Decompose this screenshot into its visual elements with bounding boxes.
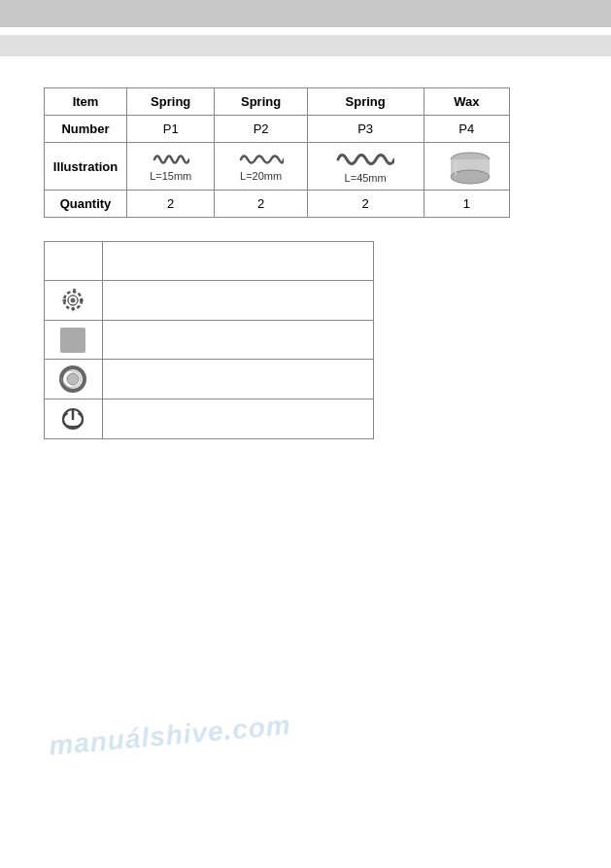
cell-p3: P3 (307, 116, 424, 143)
icon-cell-gear (45, 281, 103, 321)
spring-large-svg (336, 149, 394, 170)
icon-row-key (45, 399, 374, 439)
content-cell-square (102, 321, 373, 360)
icon-cell-0 (45, 242, 103, 281)
icon-cell-square (45, 321, 103, 360)
parts-table: Item Spring Spring Spring Wax Number P1 … (44, 87, 510, 218)
key-icon (59, 405, 86, 433)
cell-wax-p4 (424, 143, 510, 191)
row-label-number: Number (45, 116, 127, 143)
gear-icon (59, 287, 86, 314)
icon-cell-ring (45, 360, 103, 399)
row-label-quantity: Quantity (45, 191, 127, 218)
spring-small-svg (153, 151, 189, 168)
spring-small-img: L=15mm (131, 151, 210, 182)
main-content: Item Spring Spring Spring Wax Number P1 … (44, 87, 568, 439)
spring-large-img: L=45mm (312, 149, 420, 184)
icon-row-0 (45, 242, 374, 281)
svg-point-7 (71, 298, 76, 303)
cell-qty-3: 2 (307, 191, 424, 218)
content-cell-key (102, 399, 373, 439)
icon-table (44, 241, 374, 439)
row-label-illustration: Illustration (45, 143, 127, 191)
cell-qty-2: 2 (215, 191, 307, 218)
svg-point-9 (67, 373, 79, 385)
cell-p4: P4 (424, 116, 510, 143)
icon-cell-key (45, 399, 103, 439)
table-row-number: Number P1 P2 P3 P4 (45, 116, 510, 143)
spring-medium-img: L=20mm (219, 151, 302, 182)
header-col2: Spring (215, 88, 307, 116)
header-col3: Spring (307, 88, 424, 116)
wax-shape (446, 152, 487, 181)
watermark: manuálshive.com (48, 710, 292, 762)
content-cell-gear (102, 281, 373, 321)
wax-svg (446, 152, 494, 185)
icon-row-gear (45, 281, 374, 321)
header-col4: Wax (424, 88, 510, 116)
second-bar (0, 35, 611, 56)
ring-icon (59, 365, 86, 393)
gear-svg (59, 287, 86, 314)
cell-spring-p1: L=15mm (127, 143, 215, 191)
cell-qty-4: 1 (424, 191, 510, 218)
spring-medium-svg (239, 151, 284, 168)
table-row-quantity: Quantity 2 2 2 1 (45, 191, 510, 218)
header-col1: Spring (127, 88, 215, 116)
content-cell-ring (102, 360, 373, 399)
table-row-illustration: Illustration L=15mm (45, 143, 510, 191)
header-item: Item (45, 88, 127, 116)
spring-p1-label: L=15mm (150, 170, 191, 182)
spring-p3-label: L=45mm (345, 172, 387, 184)
cell-spring-p2: L=20mm (215, 143, 307, 191)
cell-qty-1: 2 (127, 191, 215, 218)
ring-svg (59, 365, 86, 393)
top-bar (0, 0, 611, 27)
key-svg (59, 405, 86, 433)
square-icon (60, 328, 85, 353)
cell-spring-p3: L=45mm (307, 143, 424, 191)
icon-row-ring (45, 360, 374, 399)
spring-p2-label: L=20mm (240, 170, 282, 182)
cell-p2: P2 (215, 116, 307, 143)
cell-p1: P1 (127, 116, 215, 143)
icon-row-square (45, 321, 374, 360)
content-cell-0 (102, 242, 373, 281)
